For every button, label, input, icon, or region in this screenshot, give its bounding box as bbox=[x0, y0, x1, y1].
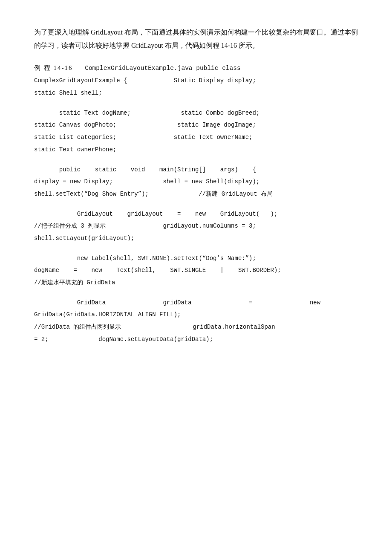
code-line-5: static List categories; static Text owne… bbox=[34, 131, 358, 144]
code-line-4: static Canvas dogPhoto; static Image dog… bbox=[34, 119, 358, 131]
code-line-16: GridData gridData = new bbox=[34, 297, 358, 309]
code-line-6: static Text ownerPhone; bbox=[34, 144, 358, 156]
code-line-2: static Shell shell; bbox=[34, 87, 358, 99]
code-line-13: new Label(shell, SWT.NONE).setText(“Dog’… bbox=[34, 252, 358, 265]
code-line-11: //把子组件分成 3 列显示 gridLayout.numColumns = 3… bbox=[34, 220, 358, 232]
code-line-1: ComplexGridLayoutExample { Static Displa… bbox=[34, 75, 358, 87]
gap-3 bbox=[34, 200, 358, 208]
code-line-9: shell.setText(“Dog Show Entry”); //新建 Gr… bbox=[34, 188, 358, 200]
gap-1 bbox=[34, 99, 358, 107]
code-line-7: public static void main(String[] args) { bbox=[34, 164, 358, 176]
gap-2 bbox=[34, 156, 358, 164]
code-line-12: shell.setLayout(gridLayout); bbox=[34, 232, 358, 245]
code-body: ComplexGridLayoutExample { Static Displa… bbox=[34, 75, 358, 345]
gap-5 bbox=[34, 289, 358, 297]
code-line-15: //新建水平填充的 GridData bbox=[34, 277, 358, 289]
example-filename: ComplexGridLayoutExample.java public cla… bbox=[85, 65, 240, 72]
intro-paragraph: 为了更深入地理解 GridLayout 布局，下面通过具体的实例演示如何构建一个… bbox=[34, 26, 358, 52]
example-header-line: 例 程 14-16 ComplexGridLayoutExample.java … bbox=[34, 61, 358, 75]
code-line-8: display = new Display; shell = new Shell… bbox=[34, 176, 358, 188]
code-line-3: static Text dogName; static Combo dogBre… bbox=[34, 107, 358, 119]
code-line-18: //GridData 的组件占两列显示 gridData.horizontalS… bbox=[34, 321, 358, 333]
code-line-14: dogName = new Text(shell, SWT.SINGLE | S… bbox=[34, 264, 358, 277]
code-section: 例 程 14-16 ComplexGridLayoutExample.java … bbox=[34, 61, 358, 345]
code-line-17: GridData(GridData.HORIZONTAL_ALIGN_FILL)… bbox=[34, 309, 358, 321]
code-line-19: = 2; dogName.setLayoutData(gridData); bbox=[34, 333, 358, 346]
page-container: 为了更深入地理解 GridLayout 布局，下面通过具体的实例演示如何构建一个… bbox=[0, 0, 392, 555]
gap-4 bbox=[34, 245, 358, 252]
code-line-10: GridLayout gridLayout = new GridLayout( … bbox=[34, 208, 358, 220]
example-label: 例 程 14-16 bbox=[34, 64, 73, 71]
